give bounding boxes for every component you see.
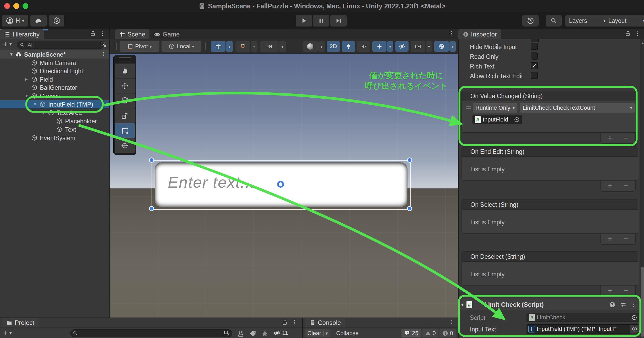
kebab-menu-icon[interactable] — [635, 31, 640, 36]
tab-inspector[interactable]: Inspector — [458, 29, 501, 39]
help-icon[interactable] — [609, 301, 616, 308]
favorites-star-icon[interactable] — [261, 330, 269, 337]
error-log-toggle[interactable]: 0 — [439, 329, 456, 337]
remove-event-button[interactable]: − — [619, 286, 634, 295]
hierarchy-search-input[interactable] — [27, 41, 88, 48]
scroll-up-icon[interactable]: ▲ — [641, 41, 644, 45]
tab-console[interactable]: Console — [305, 318, 345, 328]
hide-mobile-input-checkbox[interactable] — [531, 43, 538, 50]
object-picker-icon[interactable] — [631, 314, 637, 321]
grid-snapping-options[interactable]: ▾ — [226, 41, 233, 52]
scene-audio-toggle[interactable] — [357, 41, 370, 52]
hierarchy-row[interactable]: BallGenerator — [0, 83, 109, 92]
draw-mode-dropdown[interactable] — [303, 41, 318, 52]
play-button[interactable] — [296, 15, 312, 27]
transform-tool-button[interactable] — [115, 138, 135, 153]
foldout-open-icon[interactable]: ▼ — [33, 102, 37, 106]
foldout-open-icon[interactable]: ▼ — [9, 52, 13, 56]
hierarchy-row[interactable]: EventSystem — [0, 134, 109, 142]
search-by-label-icon[interactable] — [249, 330, 256, 337]
kebab-menu-icon[interactable] — [631, 302, 637, 308]
hierarchy-row[interactable]: Directional Light — [0, 67, 109, 75]
hierarchy-search-box[interactable] — [17, 41, 104, 49]
hierarchy-row-scene[interactable]: ▼ SampleScene* — [0, 50, 109, 59]
limit-check-header[interactable]: ▼ # Limit Check (Script) — [459, 299, 640, 310]
rich-text-checkbox[interactable]: ✓ — [531, 62, 538, 69]
scene-picker-icon[interactable] — [100, 41, 107, 48]
scene-viewport[interactable]: Enter text... — [110, 54, 458, 318]
create-asset-button[interactable]: ▾ — [2, 330, 12, 336]
cloud-services-button[interactable] — [30, 15, 47, 27]
snap-increment-options[interactable]: ▾ — [279, 41, 286, 52]
rect-handle-bottom-left[interactable] — [149, 206, 154, 211]
camera-overlay-options[interactable]: ▾ — [426, 41, 432, 52]
rect-handle-top-left[interactable] — [149, 157, 154, 163]
event-mode-dropdown[interactable]: Runtime Only ▾ — [473, 103, 518, 113]
scrollbar-thumb[interactable] — [641, 267, 644, 337]
object-picker-icon[interactable] — [514, 117, 520, 123]
move-tool-button[interactable] — [115, 78, 135, 93]
allow-rich-text-edit-checkbox[interactable] — [531, 72, 538, 79]
rect-handle-bottom-right[interactable] — [407, 206, 412, 211]
snap-toggle[interactable] — [235, 41, 250, 52]
view-tool-button[interactable] — [115, 64, 135, 78]
read-only-checkbox[interactable] — [531, 52, 538, 60]
pause-button[interactable] — [313, 15, 329, 27]
tab-game[interactable]: Game — [149, 29, 184, 39]
snap-options[interactable]: ▾ — [251, 41, 257, 52]
project-search-input[interactable] — [80, 331, 222, 336]
foldout-closed-icon[interactable]: ▶ — [25, 77, 28, 82]
search-by-type-icon[interactable] — [237, 330, 244, 337]
foldout-open-icon[interactable]: ▼ — [41, 110, 45, 115]
drag-handle-icon[interactable] — [466, 106, 471, 107]
scale-tool-button[interactable] — [115, 108, 135, 123]
foldout-open-icon[interactable]: ▼ — [460, 303, 464, 307]
kebab-menu-icon[interactable] — [292, 319, 297, 325]
tab-scene[interactable]: Scene — [115, 29, 149, 39]
foldout-open-icon[interactable]: ▼ — [25, 93, 29, 98]
effects-toggle[interactable] — [372, 41, 387, 52]
hidden-packages-toggle[interactable]: 11 — [273, 329, 288, 337]
account-dropdown[interactable]: H ▾ — [2, 15, 28, 27]
hierarchy-row[interactable]: ▼ Text Area — [0, 109, 109, 117]
lock-icon[interactable] — [282, 319, 288, 325]
event-method-dropdown[interactable]: LimitCheck.CheckTextCount ▾ — [520, 103, 635, 113]
warning-log-toggle[interactable]: 0 — [422, 329, 438, 337]
layout-dropdown[interactable]: Layout ▾ — [605, 15, 644, 27]
camera-overlay-button[interactable] — [411, 41, 425, 52]
hierarchy-row[interactable]: ▶ Field — [0, 75, 109, 83]
rect-handle-top-right[interactable] — [407, 157, 412, 163]
lock-icon[interactable] — [625, 30, 631, 37]
2d-mode-toggle[interactable]: 2D — [327, 41, 340, 52]
search-button[interactable] — [546, 15, 562, 27]
tab-project[interactable]: Project — [2, 318, 39, 328]
kebab-menu-icon[interactable] — [100, 31, 105, 36]
layers-dropdown[interactable]: Layers ▾ — [565, 15, 609, 27]
snap-increment-button[interactable] — [260, 41, 278, 52]
hierarchy-row-selected[interactable]: ▼ InputField (TMP) — [0, 100, 109, 108]
overlay-drag-handle[interactable] — [119, 57, 131, 61]
gizmos-toggle[interactable] — [434, 41, 449, 52]
tab-hierarchy[interactable]: Hierarchy — [0, 29, 44, 39]
add-event-button[interactable]: + — [603, 234, 617, 244]
lock-icon[interactable] — [90, 30, 96, 37]
kebab-menu-icon[interactable] — [448, 30, 454, 36]
hierarchy-row[interactable]: Placeholder — [0, 117, 109, 125]
version-control-button[interactable] — [49, 15, 64, 27]
add-event-button[interactable]: + — [603, 181, 617, 191]
kebab-menu-icon[interactable] — [101, 51, 106, 57]
add-event-button[interactable]: + — [603, 133, 617, 143]
rotate-tool-button[interactable] — [115, 93, 135, 108]
pivot-handle[interactable] — [277, 181, 284, 188]
hierarchy-row[interactable]: Main Camera — [0, 59, 109, 67]
project-search-box[interactable] — [70, 329, 232, 337]
scene-lighting-toggle[interactable] — [342, 41, 355, 52]
inspector-scrollbar[interactable]: ▲ — [640, 39, 644, 338]
hierarchy-row[interactable]: ▼ Canvas — [0, 92, 109, 100]
effects-options[interactable]: ▾ — [387, 41, 393, 52]
remove-event-button[interactable]: − — [619, 181, 634, 191]
search-picker-icon[interactable] — [224, 330, 230, 336]
rect-tool-button[interactable] — [115, 123, 135, 138]
clear-button[interactable]: Clear ▾ — [305, 329, 330, 337]
kebab-menu-icon[interactable] — [449, 319, 455, 325]
